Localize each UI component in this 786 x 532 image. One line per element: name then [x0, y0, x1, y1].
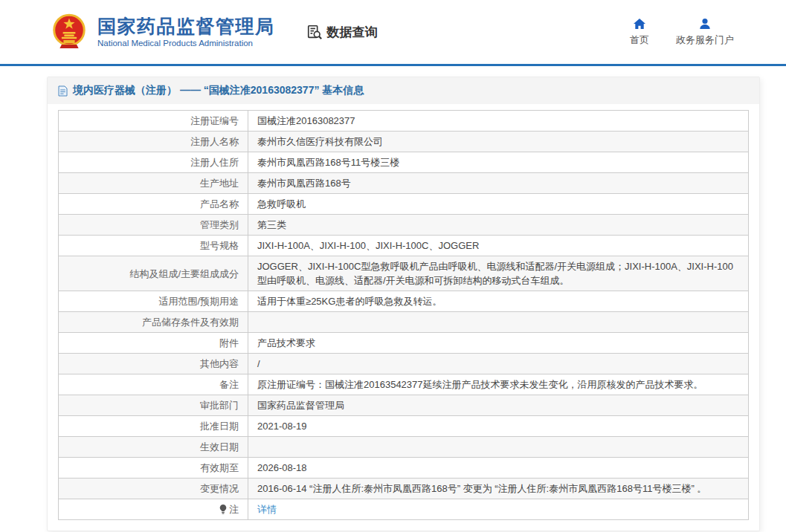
- national-emblem-logo: [49, 12, 89, 52]
- header-divider: [0, 64, 786, 66]
- brand-text: 国家药品监督管理局 National Medical Products Admi…: [97, 16, 275, 48]
- row-label: 批准日期: [59, 416, 248, 437]
- row-value: /: [248, 354, 749, 374]
- table-row: 型号规格JIXI-H-100A、JIXI-H-100、JIXI-H-100C、J…: [59, 236, 749, 256]
- table-row: 产品名称急救呼吸机: [59, 194, 749, 215]
- row-value: 国械注准20163082377: [248, 111, 749, 132]
- row-label: 产品名称: [59, 194, 248, 215]
- row-value: 2021-08-19: [248, 416, 749, 437]
- row-label: 产品储存条件及有效期: [59, 312, 248, 333]
- page-title-bar: 境内医疗器械（注册） —— “国械注准20163082377” 基本信息: [48, 77, 759, 104]
- row-label: 注: [59, 499, 248, 520]
- table-row: 有效期至2026-08-18: [59, 458, 749, 479]
- table-row: 备注原注册证编号：国械注准20163542377延续注册产品技术要求未发生变化，…: [59, 374, 749, 395]
- nav-gov-portal[interactable]: 政务服务门户: [676, 18, 734, 47]
- table-row: 注册人名称泰州市久信医疗科技有限公司: [59, 132, 749, 152]
- row-value: 原注册证编号：国械注准20163542377延续注册产品技术要求未发生变化，沿用…: [248, 374, 749, 395]
- table-row: 产品储存条件及有效期: [59, 312, 749, 333]
- row-label: 型号规格: [59, 236, 248, 256]
- user-icon: [698, 18, 712, 30]
- info-table: 注册证编号国械注准20163082377注册人名称泰州市久信医疗科技有限公司注册…: [58, 110, 749, 520]
- row-value: 2016-06-14 “注册人住所:泰州市凤凰西路168号” 变更为 “注册人住…: [248, 479, 749, 499]
- row-value: 泰州市凤凰西路168号11号楼三楼: [248, 152, 749, 173]
- row-value: 详情: [248, 499, 749, 520]
- org-name-cn: 国家药品监督管理局: [97, 16, 275, 37]
- row-label: 其他内容: [59, 354, 248, 374]
- row-value: 2026-08-18: [248, 458, 749, 479]
- table-row: 注册人住所泰州市凤凰西路168号11号楼三楼: [59, 152, 749, 173]
- table-row: 管理类别第三类: [59, 215, 749, 236]
- row-value: 急救呼吸机: [248, 194, 749, 215]
- row-value: 泰州市久信医疗科技有限公司: [248, 132, 749, 152]
- row-label: 注册人名称: [59, 132, 248, 152]
- bulb-icon: [219, 502, 227, 516]
- table-row: 注详情: [59, 499, 749, 520]
- row-value: JIXI-H-100A、JIXI-H-100、JIXI-H-100C、JOGGE…: [248, 236, 749, 256]
- document-icon: [58, 85, 68, 97]
- row-label: 适用范围/预期用途: [59, 291, 248, 312]
- row-value: 第三类: [248, 215, 749, 236]
- table-row: 结构及组成/主要组成成分JOGGER、JIXI-H-100C型急救呼吸机产品由呼…: [59, 256, 749, 291]
- brand-logo-link[interactable]: 国家药品监督管理局 National Medical Products Admi…: [49, 12, 275, 52]
- table-row: 审批部门国家药品监督管理局: [59, 395, 749, 416]
- org-name-en: National Medical Products Administration: [97, 39, 275, 48]
- top-nav: 首页 政务服务门户: [630, 18, 786, 47]
- detail-link[interactable]: 详情: [257, 504, 277, 515]
- nav-home[interactable]: 首页: [630, 18, 649, 47]
- row-value: 产品技术要求: [248, 333, 749, 354]
- row-label: 备注: [59, 374, 248, 395]
- row-label: 注册人住所: [59, 152, 248, 173]
- row-label: 附件: [59, 333, 248, 354]
- table-row: 注册证编号国械注准20163082377: [59, 111, 749, 132]
- home-icon: [633, 18, 646, 30]
- document-search-icon: [306, 24, 323, 40]
- row-value: 泰州市凤凰西路168号: [248, 173, 749, 194]
- row-label: 生产地址: [59, 173, 248, 194]
- nav-gov-portal-label: 政务服务门户: [676, 33, 734, 47]
- table-row: 适用范围/预期用途适用于体重≥25KG患者的呼吸急救及转运。: [59, 291, 749, 312]
- row-value: 适用于体重≥25KG患者的呼吸急救及转运。: [248, 291, 749, 312]
- page-title: 境内医疗器械（注册） —— “国械注准20163082377” 基本信息: [73, 84, 364, 97]
- row-label: 生效日期: [59, 437, 248, 458]
- row-label: 管理类别: [59, 215, 248, 236]
- row-label: 注册证编号: [59, 111, 248, 132]
- table-row: 生效日期: [59, 437, 749, 458]
- row-value: JOGGER、JIXI-H-100C型急救呼吸机产品由呼吸机、电源线和适配器/开…: [248, 256, 749, 291]
- row-label: 有效期至: [59, 458, 248, 479]
- site-header: 国家药品监督管理局 National Medical Products Admi…: [0, 0, 786, 64]
- table-row: 生产地址泰州市凤凰西路168号: [59, 173, 749, 194]
- row-value: [248, 312, 749, 333]
- table-row: 批准日期2021-08-19: [59, 416, 749, 437]
- row-value: [248, 437, 749, 458]
- data-query-label: 数据查询: [327, 24, 378, 41]
- nav-data-query[interactable]: 数据查询: [306, 24, 378, 41]
- row-label: 结构及组成/主要组成成分: [59, 256, 248, 291]
- content-panel: 境内医疗器械（注册） —— “国械注准20163082377” 基本信息 注册证…: [47, 77, 760, 531]
- row-value: 国家药品监督管理局: [248, 395, 749, 416]
- table-row: 变更情况2016-06-14 “注册人住所:泰州市凤凰西路168号” 变更为 “…: [59, 479, 749, 499]
- table-row: 附件产品技术要求: [59, 333, 749, 354]
- row-label: 审批部门: [59, 395, 248, 416]
- table-row: 其他内容/: [59, 354, 749, 374]
- row-label: 变更情况: [59, 479, 248, 499]
- nav-home-label: 首页: [630, 33, 649, 47]
